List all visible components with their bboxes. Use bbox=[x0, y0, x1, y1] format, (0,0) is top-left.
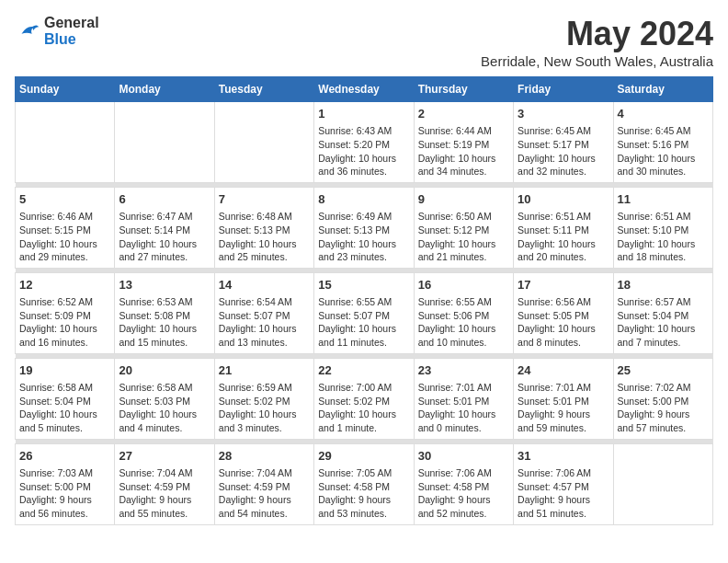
weekday-header-row: SundayMondayTuesdayWednesdayThursdayFrid… bbox=[16, 77, 713, 102]
day-number: 16 bbox=[418, 277, 509, 293]
header-friday: Friday bbox=[514, 77, 613, 102]
day-info: Sunrise: 6:48 AM Sunset: 5:13 PM Dayligh… bbox=[219, 210, 310, 264]
day-number: 31 bbox=[518, 448, 609, 465]
day-info: Sunrise: 7:00 AM Sunset: 5:02 PM Dayligh… bbox=[318, 381, 409, 435]
day-info: Sunrise: 6:51 AM Sunset: 5:10 PM Dayligh… bbox=[618, 210, 709, 264]
day-number: 20 bbox=[119, 362, 210, 379]
day-number: 14 bbox=[219, 277, 310, 293]
title-block: May 2024 Berridale, New South Wales, Aus… bbox=[481, 15, 713, 69]
calendar-day-cell: 15Sunrise: 6:55 AM Sunset: 5:07 PM Dayli… bbox=[314, 272, 414, 353]
day-number: 12 bbox=[19, 277, 110, 293]
calendar-day-cell bbox=[214, 102, 313, 183]
day-info: Sunrise: 7:06 AM Sunset: 4:57 PM Dayligh… bbox=[518, 466, 609, 521]
header-monday: Monday bbox=[115, 77, 214, 102]
day-info: Sunrise: 6:45 AM Sunset: 5:17 PM Dayligh… bbox=[518, 124, 609, 178]
header-sunday: Sunday bbox=[16, 77, 115, 102]
day-number: 15 bbox=[318, 277, 409, 293]
calendar-day-cell: 19Sunrise: 6:58 AM Sunset: 5:04 PM Dayli… bbox=[16, 358, 115, 439]
day-number: 24 bbox=[518, 362, 609, 379]
day-number: 8 bbox=[318, 191, 409, 208]
day-number: 7 bbox=[219, 191, 310, 208]
day-info: Sunrise: 6:46 AM Sunset: 5:15 PM Dayligh… bbox=[19, 210, 110, 264]
calendar-week-row: 19Sunrise: 6:58 AM Sunset: 5:04 PM Dayli… bbox=[16, 358, 713, 439]
calendar-day-cell: 11Sunrise: 6:51 AM Sunset: 5:10 PM Dayli… bbox=[613, 187, 712, 268]
day-number: 11 bbox=[618, 191, 709, 208]
calendar-day-cell: 2Sunrise: 6:44 AM Sunset: 5:19 PM Daylig… bbox=[414, 102, 513, 183]
day-info: Sunrise: 7:02 AM Sunset: 5:00 PM Dayligh… bbox=[618, 381, 709, 435]
day-info: Sunrise: 6:58 AM Sunset: 5:04 PM Dayligh… bbox=[19, 381, 110, 435]
calendar-day-cell: 10Sunrise: 6:51 AM Sunset: 5:11 PM Dayli… bbox=[514, 187, 613, 268]
day-number: 13 bbox=[119, 277, 210, 293]
day-info: Sunrise: 7:04 AM Sunset: 4:59 PM Dayligh… bbox=[219, 466, 310, 521]
calendar-day-cell: 1Sunrise: 6:43 AM Sunset: 5:20 PM Daylig… bbox=[314, 102, 414, 183]
calendar-day-cell: 21Sunrise: 6:59 AM Sunset: 5:02 PM Dayli… bbox=[214, 358, 313, 439]
logo-text: General Blue bbox=[44, 15, 99, 48]
day-info: Sunrise: 7:01 AM Sunset: 5:01 PM Dayligh… bbox=[518, 381, 609, 435]
calendar-day-cell: 30Sunrise: 7:06 AM Sunset: 4:58 PM Dayli… bbox=[414, 443, 513, 524]
day-info: Sunrise: 6:57 AM Sunset: 5:04 PM Dayligh… bbox=[618, 295, 709, 350]
calendar-day-cell: 8Sunrise: 6:49 AM Sunset: 5:13 PM Daylig… bbox=[314, 187, 414, 268]
day-number: 27 bbox=[119, 448, 210, 465]
day-number: 4 bbox=[618, 106, 709, 122]
day-info: Sunrise: 6:45 AM Sunset: 5:16 PM Dayligh… bbox=[618, 124, 709, 178]
day-number: 26 bbox=[19, 448, 110, 465]
day-info: Sunrise: 6:52 AM Sunset: 5:09 PM Dayligh… bbox=[19, 295, 110, 350]
day-number: 21 bbox=[219, 362, 310, 379]
day-info: Sunrise: 6:47 AM Sunset: 5:14 PM Dayligh… bbox=[119, 210, 210, 264]
day-info: Sunrise: 7:01 AM Sunset: 5:01 PM Dayligh… bbox=[418, 381, 509, 435]
calendar-day-cell: 17Sunrise: 6:56 AM Sunset: 5:05 PM Dayli… bbox=[514, 272, 613, 353]
day-info: Sunrise: 7:06 AM Sunset: 4:58 PM Dayligh… bbox=[418, 466, 509, 521]
calendar-day-cell: 18Sunrise: 6:57 AM Sunset: 5:04 PM Dayli… bbox=[613, 272, 712, 353]
day-number: 17 bbox=[518, 277, 609, 293]
day-number: 19 bbox=[19, 362, 110, 379]
day-info: Sunrise: 6:50 AM Sunset: 5:12 PM Dayligh… bbox=[418, 210, 509, 264]
day-info: Sunrise: 6:44 AM Sunset: 5:19 PM Dayligh… bbox=[418, 124, 509, 178]
day-info: Sunrise: 6:59 AM Sunset: 5:02 PM Dayligh… bbox=[219, 381, 310, 435]
day-info: Sunrise: 7:04 AM Sunset: 4:59 PM Dayligh… bbox=[119, 466, 210, 521]
calendar-day-cell: 3Sunrise: 6:45 AM Sunset: 5:17 PM Daylig… bbox=[514, 102, 613, 183]
day-info: Sunrise: 6:54 AM Sunset: 5:07 PM Dayligh… bbox=[219, 295, 310, 350]
day-number: 3 bbox=[518, 106, 609, 122]
day-number: 22 bbox=[318, 362, 409, 379]
day-info: Sunrise: 6:53 AM Sunset: 5:08 PM Dayligh… bbox=[119, 295, 210, 350]
day-number: 6 bbox=[119, 191, 210, 208]
calendar-day-cell bbox=[16, 102, 115, 183]
header-saturday: Saturday bbox=[613, 77, 712, 102]
calendar-day-cell: 31Sunrise: 7:06 AM Sunset: 4:57 PM Dayli… bbox=[514, 443, 613, 524]
calendar-day-cell bbox=[613, 443, 712, 524]
header-thursday: Thursday bbox=[414, 77, 513, 102]
calendar-day-cell: 4Sunrise: 6:45 AM Sunset: 5:16 PM Daylig… bbox=[613, 102, 712, 183]
day-number: 18 bbox=[618, 277, 709, 293]
calendar-week-row: 5Sunrise: 6:46 AM Sunset: 5:15 PM Daylig… bbox=[16, 187, 713, 268]
calendar-day-cell: 24Sunrise: 7:01 AM Sunset: 5:01 PM Dayli… bbox=[514, 358, 613, 439]
day-number: 29 bbox=[318, 448, 409, 465]
day-info: Sunrise: 6:55 AM Sunset: 5:06 PM Dayligh… bbox=[418, 295, 509, 350]
calendar-day-cell: 23Sunrise: 7:01 AM Sunset: 5:01 PM Dayli… bbox=[414, 358, 513, 439]
calendar-day-cell: 26Sunrise: 7:03 AM Sunset: 5:00 PM Dayli… bbox=[16, 443, 115, 524]
calendar-day-cell: 9Sunrise: 6:50 AM Sunset: 5:12 PM Daylig… bbox=[414, 187, 513, 268]
day-number: 2 bbox=[418, 106, 509, 122]
calendar-day-cell: 27Sunrise: 7:04 AM Sunset: 4:59 PM Dayli… bbox=[115, 443, 214, 524]
logo-bird-icon bbox=[15, 18, 40, 44]
day-info: Sunrise: 6:55 AM Sunset: 5:07 PM Dayligh… bbox=[318, 295, 409, 350]
calendar-day-cell: 12Sunrise: 6:52 AM Sunset: 5:09 PM Dayli… bbox=[16, 272, 115, 353]
calendar-day-cell: 29Sunrise: 7:05 AM Sunset: 4:58 PM Dayli… bbox=[314, 443, 414, 524]
calendar-day-cell: 6Sunrise: 6:47 AM Sunset: 5:14 PM Daylig… bbox=[115, 187, 214, 268]
header-tuesday: Tuesday bbox=[214, 77, 313, 102]
day-number: 30 bbox=[418, 448, 509, 465]
calendar-week-row: 26Sunrise: 7:03 AM Sunset: 5:00 PM Dayli… bbox=[16, 443, 713, 524]
day-number: 25 bbox=[618, 362, 709, 379]
day-info: Sunrise: 6:58 AM Sunset: 5:03 PM Dayligh… bbox=[119, 381, 210, 435]
day-info: Sunrise: 7:05 AM Sunset: 4:58 PM Dayligh… bbox=[318, 466, 409, 521]
day-info: Sunrise: 6:49 AM Sunset: 5:13 PM Dayligh… bbox=[318, 210, 409, 264]
page-header: General Blue May 2024 Berridale, New Sou… bbox=[15, 15, 713, 69]
calendar-day-cell: 25Sunrise: 7:02 AM Sunset: 5:00 PM Dayli… bbox=[613, 358, 712, 439]
calendar-week-row: 12Sunrise: 6:52 AM Sunset: 5:09 PM Dayli… bbox=[16, 272, 713, 353]
calendar-day-cell: 28Sunrise: 7:04 AM Sunset: 4:59 PM Dayli… bbox=[214, 443, 313, 524]
logo: General Blue bbox=[15, 15, 99, 48]
day-info: Sunrise: 7:03 AM Sunset: 5:00 PM Dayligh… bbox=[19, 466, 110, 521]
calendar-day-cell: 20Sunrise: 6:58 AM Sunset: 5:03 PM Dayli… bbox=[115, 358, 214, 439]
header-wednesday: Wednesday bbox=[314, 77, 414, 102]
calendar-day-cell: 16Sunrise: 6:55 AM Sunset: 5:06 PM Dayli… bbox=[414, 272, 513, 353]
day-number: 9 bbox=[418, 191, 509, 208]
